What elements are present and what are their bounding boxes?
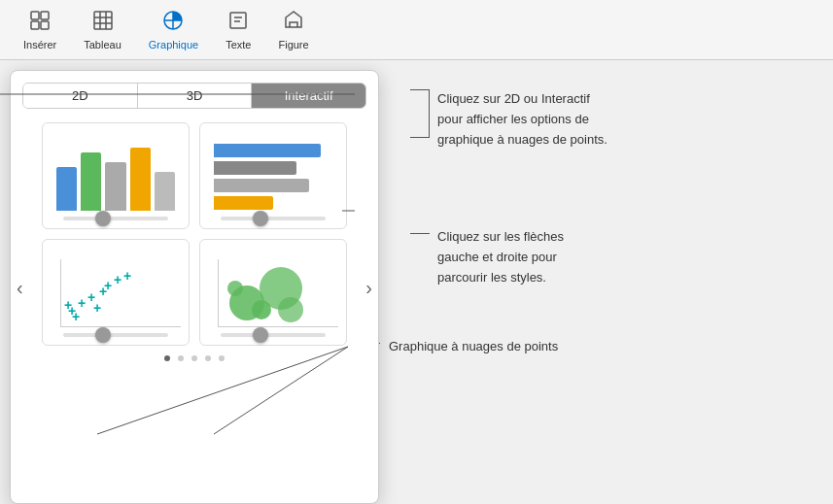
bubble-chart-visual	[208, 259, 338, 327]
inserer-icon	[28, 9, 52, 36]
dot-2[interactable]	[178, 355, 184, 361]
toolbar-figure[interactable]: Figure	[264, 3, 322, 56]
tab-2d[interactable]: 2D	[23, 84, 138, 108]
main-content: 2D 3D Interactif ‹ ›	[0, 60, 833, 504]
toolbar-inserer[interactable]: Insérer	[10, 3, 70, 56]
svg-text:+: +	[64, 297, 72, 313]
graphique-label: Graphique	[149, 39, 198, 50]
pagination-dots	[22, 355, 366, 361]
annotation-text-2: Cliquez sur les flèchesgauche et droite …	[437, 227, 804, 287]
svg-rect-2	[31, 21, 39, 29]
next-arrow[interactable]: ›	[362, 272, 376, 302]
figure-icon	[282, 9, 305, 36]
toolbar-graphique[interactable]: Graphique	[135, 3, 212, 56]
chart-type-tabs: 2D 3D Interactif	[22, 83, 366, 109]
toolbar-texte[interactable]: Texte	[212, 3, 264, 56]
annotation-text-1: Cliquez sur 2D ou Interactifpour affiche…	[437, 89, 804, 150]
annotations-area: Cliquez sur 2D ou Interactifpour affiche…	[379, 60, 833, 504]
chart2-slider[interactable]	[221, 217, 325, 220]
tableau-label: Tableau	[84, 39, 121, 50]
texte-icon	[226, 9, 250, 36]
svg-rect-3	[41, 21, 49, 29]
svg-text:+: +	[123, 268, 131, 284]
scatter-plot-visual: + + + + + + + + + +	[51, 259, 181, 327]
chart-scatter[interactable]: + + + + + + + + + +	[42, 239, 190, 346]
chart-bar-horizontal[interactable]	[199, 122, 347, 229]
dot-1[interactable]	[164, 355, 170, 361]
tableau-icon	[91, 9, 115, 36]
inserer-label: Insérer	[23, 39, 56, 50]
chart1-slider[interactable]	[63, 217, 167, 220]
dot-5[interactable]	[219, 355, 225, 361]
chart4-slider[interactable]	[221, 333, 325, 337]
svg-rect-0	[31, 12, 39, 19]
dot-3[interactable]	[191, 355, 197, 361]
bar-chart-vertical-visual	[51, 143, 181, 211]
dot-4[interactable]	[205, 355, 211, 361]
tab-interactif[interactable]: Interactif	[252, 84, 365, 108]
prev-arrow[interactable]: ‹	[13, 272, 27, 302]
svg-text:+: +	[72, 309, 80, 324]
svg-text:+: +	[114, 272, 121, 287]
figure-label: Figure	[278, 39, 308, 50]
svg-rect-12	[230, 13, 246, 28]
svg-text:+: +	[104, 278, 112, 293]
chart3-slider[interactable]	[63, 333, 167, 337]
charts-grid: + + + + + + + + + +	[22, 122, 366, 346]
svg-rect-1	[41, 12, 49, 19]
toolbar-tableau[interactable]: Tableau	[70, 3, 135, 56]
annotation-text-3: Graphique à nuages de points	[389, 337, 804, 357]
chart-picker-popup: 2D 3D Interactif ‹ ›	[10, 70, 379, 504]
toolbar: Insérer Tableau Graphique	[0, 0, 833, 60]
svg-text:+: +	[93, 300, 101, 316]
texte-label: Texte	[226, 39, 251, 50]
svg-point-28	[227, 281, 243, 296]
chart-bar-vertical[interactable]	[42, 122, 190, 229]
svg-rect-4	[94, 12, 112, 29]
tab-3d[interactable]: 3D	[138, 84, 253, 108]
svg-point-29	[278, 297, 303, 322]
svg-point-27	[252, 300, 271, 319]
bar-chart-horizontal-visual	[208, 143, 338, 211]
chart-bubble[interactable]	[199, 239, 347, 346]
graphique-icon	[161, 9, 185, 36]
